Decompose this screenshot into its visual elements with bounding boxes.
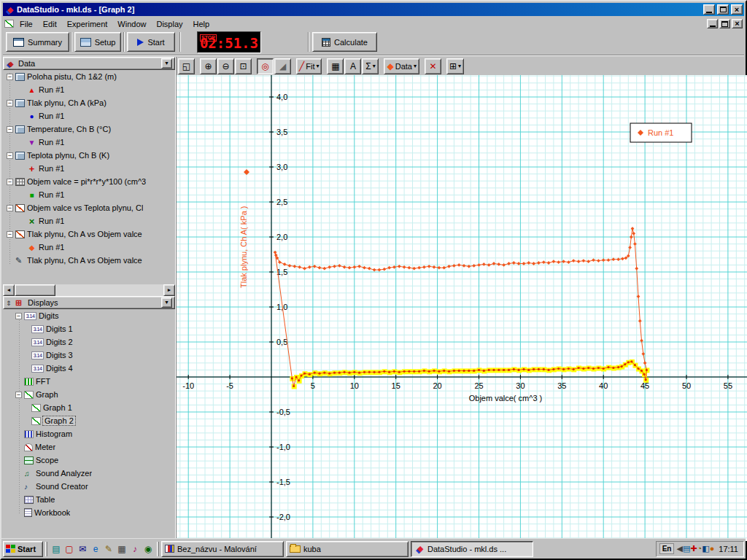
run-item[interactable]: ◆Run #1 bbox=[3, 241, 175, 254]
tree-expand-toggle[interactable]: − bbox=[7, 100, 13, 106]
display-item[interactable]: Digits 1 bbox=[3, 322, 175, 335]
data-panel-header[interactable]: Data ▼ bbox=[3, 57, 175, 70]
run-item[interactable]: ▲Run #1 bbox=[3, 83, 175, 96]
display-item[interactable]: Digits 2 bbox=[3, 335, 175, 349]
smart-tool-button[interactable]: ◎ bbox=[257, 58, 274, 74]
task-button[interactable]: DataStudio - mkl.ds ... bbox=[411, 541, 533, 557]
taskbar-handle[interactable] bbox=[157, 542, 159, 556]
statistics-menu-button[interactable]: Σ▾ bbox=[362, 58, 379, 74]
display-item[interactable]: −Digits bbox=[3, 309, 175, 322]
data-source-item[interactable]: −Objem valce = pi*r*r*y*100 (cm^3 bbox=[3, 175, 175, 188]
menu-file[interactable]: File bbox=[15, 18, 38, 30]
titlebar[interactable]: DataStudio - mkl.ds - [Graph 2] × bbox=[3, 3, 744, 16]
tree-expand-toggle[interactable]: − bbox=[15, 392, 22, 398]
tree-expand-toggle[interactable]: − bbox=[7, 126, 13, 133]
mdi-child-icon[interactable] bbox=[4, 20, 14, 28]
display-item[interactable]: Graph 2 bbox=[3, 414, 175, 427]
tree-expand-toggle[interactable]: − bbox=[7, 74, 13, 80]
scrollbar-thumb[interactable] bbox=[15, 284, 55, 296]
data-source-item[interactable]: −Tlak plynu, Ch A (kPa) bbox=[3, 96, 175, 109]
summary-button[interactable]: Summary bbox=[6, 32, 69, 52]
display-item[interactable]: −Graph bbox=[3, 388, 175, 401]
calculator-app-icon[interactable]: ▦ bbox=[115, 544, 128, 554]
menu-help[interactable]: Help bbox=[188, 18, 215, 30]
graph-display[interactable]: -10-5510152025303540455055-2,0-1,5-1,0-0… bbox=[177, 75, 747, 541]
data-source-item[interactable]: −Objem valce vs Teplota plynu, Cl bbox=[3, 201, 175, 214]
media-icon[interactable]: ♪ bbox=[128, 544, 142, 554]
data-menu-button[interactable]: ◆Data▾ bbox=[384, 58, 419, 74]
data-panel-menu-button[interactable]: ▼ bbox=[161, 58, 172, 69]
run-item[interactable]: ▼Run #1 bbox=[3, 136, 175, 149]
displays-panel-header[interactable]: Displays ▼ bbox=[3, 296, 175, 309]
task-button[interactable]: Bez_názvu - Malování bbox=[161, 541, 284, 557]
display-item[interactable]: Histogram bbox=[3, 427, 175, 440]
menu-edit[interactable]: Edit bbox=[38, 18, 62, 30]
tree-expand-toggle[interactable]: − bbox=[7, 152, 13, 159]
display-settings-icon[interactable]: ▤ bbox=[683, 544, 690, 553]
volume-icon[interactable]: ◀ bbox=[676, 544, 682, 553]
show-desktop-icon[interactable]: ▤ bbox=[50, 544, 63, 554]
tree-expand-toggle[interactable]: − bbox=[7, 231, 13, 238]
text-annotation-button[interactable]: A bbox=[344, 58, 361, 74]
zoom-select-button[interactable]: ⊡ bbox=[235, 58, 252, 74]
calculate-button[interactable]: Calculate bbox=[312, 32, 377, 52]
display-item[interactable]: FFT bbox=[3, 375, 175, 388]
network-icon[interactable]: ◧ bbox=[702, 544, 709, 553]
fit-menu-button[interactable]: ╱Fit▾ bbox=[296, 58, 322, 74]
data-source-item[interactable]: −Poloha pistu, Ch 1&2 (m) bbox=[3, 70, 175, 83]
mdi-restore-button[interactable] bbox=[719, 19, 730, 28]
scrollbar-track[interactable] bbox=[15, 284, 163, 296]
mail-icon[interactable]: ✉ bbox=[76, 544, 89, 554]
graph-plot[interactable]: -10-5510152025303540455055-2,0-1,5-1,0-0… bbox=[177, 75, 747, 541]
display-item[interactable]: Table bbox=[3, 493, 175, 506]
taskbar-handle[interactable] bbox=[45, 542, 47, 556]
mdi-minimize-button[interactable] bbox=[707, 19, 718, 28]
display-item[interactable]: Sound Creator bbox=[3, 480, 175, 493]
browser-icon[interactable]: e bbox=[89, 544, 102, 554]
zoom-out-button[interactable]: ⊖ bbox=[217, 58, 234, 74]
displays-panel-menu-button[interactable]: ▼ bbox=[161, 298, 172, 308]
tree-expand-toggle[interactable]: − bbox=[7, 205, 13, 211]
antivirus-icon[interactable]: ✚ bbox=[690, 544, 697, 553]
task-button[interactable]: kuba bbox=[286, 541, 409, 557]
data-source-item[interactable]: −Temperature, Ch B (°C) bbox=[3, 122, 175, 136]
panel-splitter-icon[interactable] bbox=[6, 298, 12, 308]
document-icon[interactable]: ▢ bbox=[63, 544, 76, 554]
data-source-item[interactable]: −Tlak plynu, Ch A vs Objem valce bbox=[3, 228, 175, 241]
menu-display[interactable]: Display bbox=[151, 18, 187, 30]
scroll-right-button[interactable]: ► bbox=[163, 284, 175, 296]
display-item[interactable]: Digits 4 bbox=[3, 362, 175, 375]
graph-settings-menu-button[interactable]: ⊞▾ bbox=[446, 58, 464, 74]
paint-app-icon[interactable]: ✎ bbox=[102, 544, 115, 554]
minimize-button[interactable] bbox=[703, 4, 715, 15]
language-indicator[interactable]: En bbox=[659, 543, 675, 554]
display-item[interactable]: Digits 3 bbox=[3, 349, 175, 362]
remove-button[interactable]: ✕ bbox=[425, 58, 441, 74]
scroll-left-button[interactable]: ◄ bbox=[3, 284, 15, 296]
slope-tool-button[interactable]: ◢ bbox=[274, 58, 291, 74]
start-button[interactable]: Start bbox=[3, 541, 43, 557]
calculator-button[interactable]: ▦ bbox=[327, 58, 344, 74]
menu-experiment[interactable]: Experiment bbox=[62, 18, 113, 30]
run-item[interactable]: +Run #1 bbox=[3, 162, 175, 175]
close-button[interactable]: × bbox=[731, 4, 743, 15]
tree-expand-toggle[interactable]: − bbox=[7, 179, 13, 185]
data-tree-hscrollbar[interactable]: ◄ ► bbox=[3, 284, 175, 296]
run-item[interactable]: ×Run #1 bbox=[3, 214, 175, 228]
data-source-item[interactable]: Tlak plynu, Ch A vs Objem valce bbox=[3, 254, 175, 267]
display-item[interactable]: Graph 1 bbox=[3, 401, 175, 414]
menu-window[interactable]: Window bbox=[112, 18, 151, 30]
run-item[interactable]: ■Run #1 bbox=[3, 188, 175, 201]
data-source-item[interactable]: −Teplota plynu, Ch B (K) bbox=[3, 149, 175, 162]
setup-button[interactable]: Setup bbox=[74, 32, 121, 52]
display-item[interactable]: Meter bbox=[3, 440, 175, 454]
mdi-close-button[interactable]: × bbox=[732, 19, 743, 28]
display-item[interactable]: Scope bbox=[3, 454, 175, 467]
display-item[interactable]: Workbook bbox=[3, 506, 175, 519]
start-recording-button[interactable]: Start bbox=[127, 32, 175, 52]
globe-icon[interactable]: ◉ bbox=[142, 544, 155, 554]
maximize-button[interactable] bbox=[717, 4, 729, 15]
update-icon[interactable]: ● bbox=[710, 544, 715, 553]
run-item[interactable]: ●Run #1 bbox=[3, 109, 175, 122]
scale-to-fit-button[interactable]: ◱ bbox=[178, 58, 195, 74]
